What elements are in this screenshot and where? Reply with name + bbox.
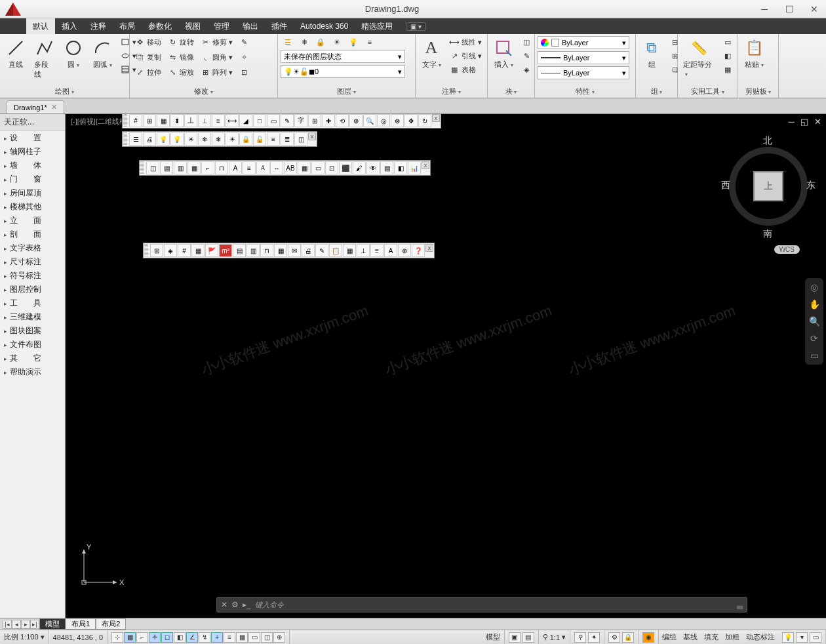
sb-ortho-icon[interactable]: ⌐ bbox=[136, 632, 148, 643]
panel-group-title[interactable]: 组 bbox=[639, 85, 675, 98]
sb-vp-icon[interactable]: ▣ bbox=[509, 632, 521, 643]
measure-button[interactable]: 📏定距等分 bbox=[680, 36, 718, 79]
sidebar-item-17[interactable]: 帮助演示 bbox=[0, 365, 65, 379]
sidebar-item-0[interactable]: 设 置 bbox=[0, 131, 65, 145]
sb-tpy-icon[interactable]: ▦ bbox=[236, 632, 248, 643]
panel-annot-title[interactable]: 注释 bbox=[418, 85, 484, 98]
tab-annotate[interactable]: 注释 bbox=[84, 18, 113, 34]
sb-ducs-icon[interactable]: ↯ bbox=[199, 632, 210, 643]
sb-grid-icon[interactable]: ▦ bbox=[124, 632, 136, 643]
create-block-icon[interactable]: ◫ bbox=[519, 36, 534, 48]
sidebar-item-15[interactable]: 文件布图 bbox=[0, 338, 65, 352]
float-toolbar-1[interactable]: #⊞▦⬍丄⊥≡⟷◢□▭✎字⊞✚⟲⊕🔍◎⊗✥↻ x bbox=[122, 114, 441, 129]
nav-pan-icon[interactable]: ✋ bbox=[809, 299, 820, 310]
sb-group[interactable]: 编组 bbox=[659, 632, 680, 642]
close-button[interactable]: ✕ bbox=[806, 4, 822, 14]
layer-prop-icon[interactable]: ☰ bbox=[281, 36, 295, 48]
sb-dynann[interactable]: 动态标注 bbox=[743, 632, 778, 642]
layer-current-dropdown[interactable]: 💡☀🔓◼ 0▾ bbox=[281, 65, 405, 78]
tab-first-icon[interactable]: |◂ bbox=[3, 620, 12, 629]
tab-last-icon[interactable]: ▸| bbox=[30, 620, 39, 629]
sb-baseline[interactable]: 基线 bbox=[680, 632, 701, 642]
viewcube-north[interactable]: 北 bbox=[763, 135, 772, 147]
toolbar-close-icon[interactable]: x bbox=[432, 114, 440, 122]
sb-qp-icon[interactable]: ▭ bbox=[248, 632, 260, 643]
sb-polar-icon[interactable]: ✛ bbox=[149, 632, 161, 643]
sidebar-item-14[interactable]: 图块图案 bbox=[0, 324, 65, 338]
tab-next-icon[interactable]: ▸ bbox=[21, 620, 30, 629]
viewcube-west[interactable]: 西 bbox=[721, 180, 730, 191]
panel-util-title[interactable]: 实用工具 bbox=[680, 85, 735, 98]
sb-sc-icon[interactable]: ◫ bbox=[261, 632, 273, 643]
sidebar-item-3[interactable]: 门 窗 bbox=[0, 172, 65, 186]
viewport-label[interactable]: [-][俯视][二维线框] bbox=[71, 117, 128, 127]
tab-plugins[interactable]: 插件 bbox=[265, 18, 294, 34]
lineweight-dropdown[interactable]: ByLayer▾ bbox=[538, 51, 629, 64]
sb-dyn-icon[interactable]: + bbox=[211, 632, 223, 643]
move-button[interactable]: ✥移动 bbox=[132, 36, 163, 48]
tab-layout[interactable]: 布局 bbox=[113, 18, 142, 34]
paste-button[interactable]: 📋粘贴 bbox=[741, 36, 767, 71]
cmd-opts-icon[interactable]: ⚙ bbox=[231, 600, 239, 609]
scale-button[interactable]: ⤡缩放 bbox=[165, 66, 196, 78]
panel-clip-title[interactable]: 剪贴板 bbox=[741, 85, 776, 98]
view-cube[interactable]: 上 北 南 西 东 bbox=[722, 134, 814, 239]
tab-model[interactable]: 模型 bbox=[39, 618, 66, 630]
ribbon-collapse-button[interactable]: ▣ ▾ bbox=[406, 22, 426, 31]
sb-vp2-icon[interactable]: ▤ bbox=[522, 632, 534, 643]
sidebar-item-11[interactable]: 图层控制 bbox=[0, 283, 65, 296]
util-icon2[interactable]: ◧ bbox=[720, 50, 735, 62]
sidebar-item-5[interactable]: 楼梯其他 bbox=[0, 200, 65, 214]
layer-freeze-icon[interactable]: ❄ bbox=[297, 36, 311, 48]
circle-button[interactable]: 圆 bbox=[60, 36, 87, 71]
sb-hw-icon[interactable]: ◉ bbox=[642, 632, 654, 643]
float-toolbar-4[interactable]: ⊞◈#▦🚩m²▤▥⊓▦✉🖨✎📋▦⊥≡A⊕❓ x bbox=[143, 243, 435, 258]
sb-av2-icon[interactable]: ✦ bbox=[588, 632, 600, 643]
sidebar-item-2[interactable]: 墙 体 bbox=[0, 159, 65, 172]
util-icon3[interactable]: ▦ bbox=[720, 64, 735, 75]
stretch-button[interactable]: ⤢拉伸 bbox=[132, 66, 163, 78]
viewcube-east[interactable]: 东 bbox=[806, 180, 816, 191]
sb-bold[interactable]: 加粗 bbox=[722, 632, 743, 642]
trim-button[interactable]: ✂修剪▾ bbox=[198, 36, 235, 48]
text-button[interactable]: A文字 bbox=[418, 36, 444, 71]
attr-block-icon[interactable]: ◈ bbox=[519, 64, 534, 75]
tab-output[interactable]: 输出 bbox=[236, 18, 265, 34]
drawing-canvas[interactable]: [-][俯视][二维线框] ─ ◱ ✕ #⊞▦⬍丄⊥≡⟷◢□▭✎字⊞✚⟲⊕🔍◎⊗… bbox=[66, 114, 826, 618]
tab-default[interactable]: 默认 bbox=[26, 18, 55, 34]
layer-off-icon[interactable]: 💡 bbox=[346, 36, 361, 48]
sidebar-item-16[interactable]: 其 它 bbox=[0, 352, 65, 365]
insert-block-button[interactable]: 插入 bbox=[490, 36, 517, 71]
linetype-dropdown[interactable]: ByLayer▾ bbox=[538, 66, 629, 79]
sb-snap-icon[interactable]: ⊹ bbox=[111, 632, 123, 643]
float-toolbar-2[interactable]: ☰🖨💡💡☀❄❄☀🔒🔓≡≣◫ x bbox=[122, 131, 317, 147]
cmd-grip-icon[interactable]: ▃ bbox=[737, 600, 743, 609]
panel-prop-title[interactable]: 特性 bbox=[538, 85, 633, 98]
array-button[interactable]: ⊞阵列▾ bbox=[198, 66, 235, 78]
status-annoscale[interactable]: ⚲ 1:1 ▾ bbox=[539, 630, 570, 644]
nav-wheel-icon[interactable]: ◎ bbox=[810, 282, 818, 292]
sidebar-item-9[interactable]: 尺寸标注 bbox=[0, 255, 65, 269]
sb-bulb-icon[interactable]: 💡 bbox=[782, 632, 794, 643]
doc-min-icon[interactable]: ─ bbox=[787, 117, 796, 127]
sidebar-item-10[interactable]: 符号标注 bbox=[0, 269, 65, 283]
status-model-btn[interactable]: 模型 bbox=[482, 630, 505, 644]
command-line[interactable]: ✕ ⚙ ▸_ 键入命令 ▃ bbox=[216, 597, 747, 613]
panel-draw-title[interactable]: 绘图 bbox=[3, 85, 127, 98]
polyline-button[interactable]: 多段线 bbox=[31, 36, 58, 81]
tab-prev-icon[interactable]: ◂ bbox=[12, 620, 21, 629]
panel-block-title[interactable]: 块 bbox=[490, 85, 532, 98]
sidebar-item-12[interactable]: 工 具 bbox=[0, 296, 65, 310]
erase-icon[interactable]: ✎ bbox=[237, 36, 251, 48]
panel-modify-title[interactable]: 修改 bbox=[132, 85, 275, 98]
sb-otrack-icon[interactable]: ∠ bbox=[186, 632, 198, 643]
sb-osnap-icon[interactable]: ◻ bbox=[161, 632, 173, 643]
minimize-button[interactable]: ─ bbox=[757, 4, 772, 14]
rotate-button[interactable]: ↻旋转 bbox=[165, 36, 196, 48]
nav-zoom-icon[interactable]: 🔍 bbox=[809, 316, 820, 327]
sidebar-item-6[interactable]: 立 面 bbox=[0, 214, 65, 228]
tab-manage[interactable]: 管理 bbox=[207, 18, 236, 34]
float-toolbar-3[interactable]: ◫▤▥▦⌐⊓A≡Ａ↔AB▦▭⊡⬛🖌👁▤◧📊 x bbox=[139, 160, 431, 176]
wcs-badge[interactable]: WCS bbox=[774, 245, 800, 254]
color-dropdown[interactable]: ByLayer▾ bbox=[538, 36, 629, 49]
